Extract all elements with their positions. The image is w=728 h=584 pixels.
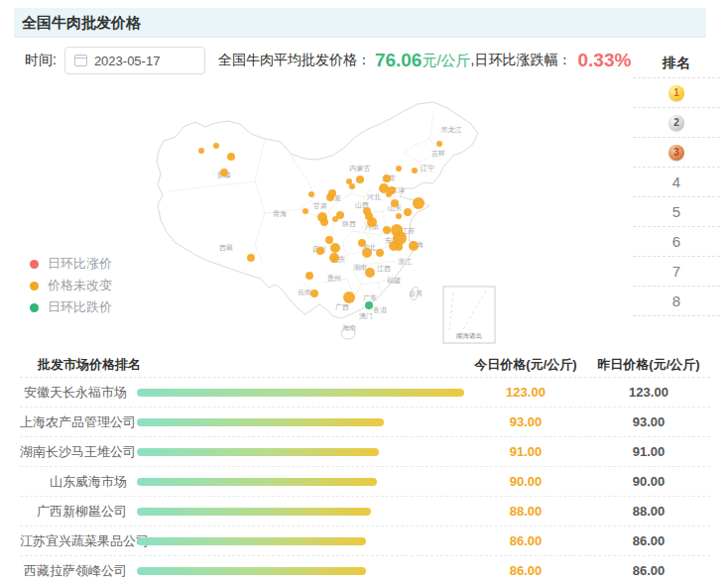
yesterday-price: 90.00 [587,474,710,489]
province-label: 浙江 [398,258,412,266]
table-row: 西藏拉萨领峰公司86.0086.00 [20,556,710,584]
china-map[interactable]: 南海诸岛 新疆黑龙江吉林辽宁内蒙古北京天津河北山西山东青海甘肃宁夏陕西河南江苏安… [144,94,496,352]
province-label: 香港 [373,306,388,314]
market-point[interactable] [213,143,219,149]
price-bar-track [137,448,464,456]
medal-2-icon: 2 [668,115,684,131]
time-label: 时间: [25,52,57,69]
average-price-label: 全国牛肉平均批发价格： [218,52,371,69]
province-label: 贵州 [327,275,341,283]
today-price: 93.00 [464,414,587,429]
market-name: 湖南长沙马王堆公司 [20,443,137,461]
market-point[interactable] [220,169,228,176]
province-label: 澳门 [359,312,373,320]
market-point[interactable] [391,199,399,207]
legend-label: 价格未改变 [48,277,112,294]
yesterday-price: 88.00 [587,504,710,519]
market-point[interactable] [362,248,372,258]
table-row: 安徽天长永福市场123.00123.00 [20,378,710,408]
market-point[interactable] [346,178,352,184]
today-price: 91.00 [464,444,587,459]
market-point[interactable] [227,153,235,161]
table-row: 湖南长沙马王堆公司91.0091.00 [20,437,710,467]
rank-item: 8 [633,287,720,316]
market-point[interactable] [383,175,391,182]
yesterday-price: 123.00 [587,385,710,400]
table-row: 上海农产品管理公司93.0093.00 [20,408,710,437]
medal-3-icon: 3 [668,145,684,161]
price-bar [137,567,366,575]
market-name: 广西新柳邕公司 [20,503,137,521]
market-point[interactable] [404,208,412,216]
province-label: 江西 [377,265,391,273]
market-point[interactable] [247,254,255,262]
rank-item: 3 [633,138,720,168]
rank-item: 7 [633,257,720,287]
market-point[interactable] [332,216,338,222]
market-point[interactable] [325,236,333,244]
rank-item: 6 [633,227,720,257]
market-point[interactable] [320,218,328,226]
price-bar [137,418,384,426]
market-point[interactable] [367,217,377,227]
yesterday-price: 91.00 [587,444,710,459]
market-point[interactable] [316,247,324,255]
price-bar [137,448,379,456]
legend-item[interactable]: 日环比跌价 [30,296,112,318]
date-value: 2023-05-17 [94,54,161,68]
market-point[interactable] [395,243,403,251]
market-point[interactable] [310,290,318,297]
market-name: 西藏拉萨领峰公司 [20,562,137,580]
price-bar-track [137,567,464,575]
province-label: 云南 [298,289,311,295]
rank-number: 5 [672,203,680,220]
market-point[interactable] [356,175,364,183]
date-picker-input[interactable]: 2023-05-17 [64,47,205,74]
market-point[interactable] [436,141,442,147]
market-point[interactable] [303,208,308,214]
market-point[interactable] [386,191,392,197]
market-point[interactable] [358,239,366,247]
average-price-unit: 元/公斤 [422,52,470,70]
price-bar [137,537,366,545]
header-yesterday-price: 昨日价格(元/公斤) [587,356,710,374]
legend-dot-icon [30,303,39,312]
market-point[interactable] [308,191,314,197]
price-bar-track [137,389,464,397]
price-bar-track [137,537,464,545]
market-point[interactable] [305,272,313,280]
market-point[interactable] [396,213,402,219]
market-point[interactable] [412,168,418,174]
calendar-icon [74,55,87,66]
today-price: 86.00 [464,533,587,548]
legend-label: 日环比涨价 [48,255,112,273]
market-point[interactable] [326,193,334,201]
price-bar-track [137,508,464,516]
market-point[interactable] [343,292,355,303]
market-point[interactable] [409,241,419,251]
province-label: 河北 [366,193,381,201]
market-point[interactable] [365,301,373,309]
legend-dot-icon [30,260,39,269]
province-label: 福建 [387,277,401,285]
market-point[interactable] [376,249,384,257]
header-market: 批发市场价格排名 [20,356,464,374]
market-point[interactable] [396,166,402,172]
legend-item[interactable]: 价格未改变 [30,275,112,296]
legend-item[interactable]: 日环比涨价 [30,253,112,275]
province-label: 陕西 [342,220,356,228]
market-point[interactable] [365,268,375,278]
legend-label: 日环比跌价 [48,298,112,316]
rank-panel: 排名 12345678 [633,52,720,316]
market-point[interactable] [413,197,425,209]
market-point[interactable] [330,243,340,253]
south-china-sea-inset: 南海诸岛 [443,287,495,343]
province-label: 辽宁 [421,164,434,172]
market-point[interactable] [383,226,391,234]
beef-price-dashboard: 全国牛肉批发价格 时间: 2023-05-17 全国牛肉平均批发价格： 76.0… [0,0,728,584]
price-bar-track [137,478,464,486]
market-point[interactable] [329,253,339,263]
market-point[interactable] [198,148,204,154]
market-point[interactable] [349,183,355,189]
price-table: 批发市场价格排名 今日价格(元/公斤) 昨日价格(元/公斤) 安徽天长永福市场1… [20,353,710,584]
